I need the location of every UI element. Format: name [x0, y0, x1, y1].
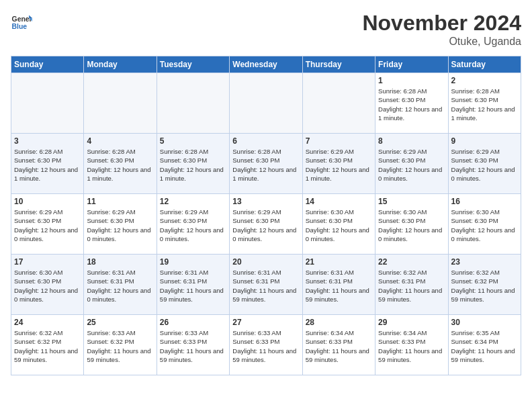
- month-title: November 2024: [362, 11, 521, 36]
- day-info: Sunrise: 6:31 AM Sunset: 6:31 PM Dayligh…: [232, 268, 299, 304]
- day-info: Sunrise: 6:32 AM Sunset: 6:32 PM Dayligh…: [14, 328, 81, 364]
- calendar-cell: 18Sunrise: 6:31 AM Sunset: 6:31 PM Dayli…: [84, 255, 157, 315]
- day-info: Sunrise: 6:28 AM Sunset: 6:30 PM Dayligh…: [232, 147, 299, 183]
- day-number: 29: [378, 318, 445, 327]
- day-number: 27: [232, 318, 299, 327]
- day-info: Sunrise: 6:28 AM Sunset: 6:30 PM Dayligh…: [451, 87, 518, 122]
- calendar-cell: 26Sunrise: 6:33 AM Sunset: 6:33 PM Dayli…: [157, 315, 229, 375]
- day-number: 9: [451, 136, 518, 146]
- day-info: Sunrise: 6:29 AM Sunset: 6:30 PM Dayligh…: [378, 147, 445, 183]
- day-number: 28: [306, 318, 372, 327]
- day-number: 23: [451, 257, 518, 267]
- calendar-cell: 9Sunrise: 6:29 AM Sunset: 6:30 PM Daylig…: [448, 134, 521, 194]
- col-header-tuesday: Tuesday: [157, 56, 229, 73]
- logo-icon: General Blue: [11, 11, 32, 32]
- col-header-monday: Monday: [84, 56, 157, 73]
- day-info: Sunrise: 6:33 AM Sunset: 6:33 PM Dayligh…: [160, 328, 226, 364]
- day-number: 16: [451, 197, 518, 206]
- col-header-friday: Friday: [375, 56, 448, 73]
- day-info: Sunrise: 6:31 AM Sunset: 6:31 PM Dayligh…: [87, 268, 153, 304]
- day-number: 11: [87, 197, 153, 206]
- calendar-cell: 28Sunrise: 6:34 AM Sunset: 6:33 PM Dayli…: [302, 315, 375, 375]
- day-number: 15: [378, 197, 445, 206]
- calendar-cell: 4Sunrise: 6:28 AM Sunset: 6:30 PM Daylig…: [84, 134, 157, 194]
- calendar-week-row: 1Sunrise: 6:28 AM Sunset: 6:30 PM Daylig…: [11, 73, 521, 134]
- calendar-cell: 27Sunrise: 6:33 AM Sunset: 6:33 PM Dayli…: [230, 315, 302, 375]
- day-info: Sunrise: 6:30 AM Sunset: 6:30 PM Dayligh…: [378, 208, 445, 243]
- day-number: 22: [378, 257, 445, 267]
- day-info: Sunrise: 6:33 AM Sunset: 6:32 PM Dayligh…: [87, 328, 153, 364]
- day-number: 20: [232, 257, 299, 267]
- day-info: Sunrise: 6:31 AM Sunset: 6:31 PM Dayligh…: [160, 268, 226, 304]
- col-header-wednesday: Wednesday: [230, 56, 302, 73]
- day-number: 8: [378, 136, 445, 146]
- calendar-cell: 23Sunrise: 6:32 AM Sunset: 6:32 PM Dayli…: [448, 255, 521, 315]
- day-info: Sunrise: 6:29 AM Sunset: 6:30 PM Dayligh…: [451, 147, 518, 183]
- day-number: 7: [306, 136, 372, 146]
- day-info: Sunrise: 6:29 AM Sunset: 6:30 PM Dayligh…: [87, 208, 153, 243]
- day-number: 12: [160, 197, 226, 206]
- day-info: Sunrise: 6:35 AM Sunset: 6:34 PM Dayligh…: [451, 328, 518, 364]
- location: Otuke, Uganda: [362, 36, 521, 48]
- calendar-cell: 1Sunrise: 6:28 AM Sunset: 6:30 PM Daylig…: [375, 73, 448, 134]
- day-number: 17: [14, 257, 81, 267]
- day-number: 10: [14, 197, 81, 206]
- day-number: 30: [451, 318, 518, 327]
- day-info: Sunrise: 6:29 AM Sunset: 6:30 PM Dayligh…: [232, 208, 299, 243]
- day-number: 5: [160, 136, 226, 146]
- calendar-cell: 20Sunrise: 6:31 AM Sunset: 6:31 PM Dayli…: [230, 255, 302, 315]
- day-info: Sunrise: 6:31 AM Sunset: 6:31 PM Dayligh…: [306, 268, 372, 304]
- calendar-cell: 22Sunrise: 6:32 AM Sunset: 6:31 PM Dayli…: [375, 255, 448, 315]
- day-number: 1: [378, 76, 445, 85]
- day-info: Sunrise: 6:28 AM Sunset: 6:30 PM Dayligh…: [378, 87, 445, 122]
- calendar-cell: 5Sunrise: 6:28 AM Sunset: 6:30 PM Daylig…: [157, 134, 229, 194]
- day-number: 26: [160, 318, 226, 327]
- svg-text:Blue: Blue: [12, 23, 28, 30]
- calendar-cell: 10Sunrise: 6:29 AM Sunset: 6:30 PM Dayli…: [11, 194, 84, 255]
- calendar-cell: 25Sunrise: 6:33 AM Sunset: 6:32 PM Dayli…: [84, 315, 157, 375]
- calendar-week-row: 10Sunrise: 6:29 AM Sunset: 6:30 PM Dayli…: [11, 194, 521, 255]
- calendar-cell: 15Sunrise: 6:30 AM Sunset: 6:30 PM Dayli…: [375, 194, 448, 255]
- calendar-header-row: SundayMondayTuesdayWednesdayThursdayFrid…: [11, 56, 521, 73]
- calendar-cell: 16Sunrise: 6:30 AM Sunset: 6:30 PM Dayli…: [448, 194, 521, 255]
- calendar-cell: 6Sunrise: 6:28 AM Sunset: 6:30 PM Daylig…: [230, 134, 302, 194]
- calendar-cell: 24Sunrise: 6:32 AM Sunset: 6:32 PM Dayli…: [11, 315, 84, 375]
- logo: General Blue: [11, 11, 32, 32]
- calendar-cell: 2Sunrise: 6:28 AM Sunset: 6:30 PM Daylig…: [448, 73, 521, 134]
- day-info: Sunrise: 6:29 AM Sunset: 6:30 PM Dayligh…: [306, 147, 372, 183]
- calendar-cell: [11, 73, 84, 134]
- calendar-table: SundayMondayTuesdayWednesdayThursdayFrid…: [11, 56, 521, 375]
- calendar-cell: 21Sunrise: 6:31 AM Sunset: 6:31 PM Dayli…: [302, 255, 375, 315]
- calendar-cell: 8Sunrise: 6:29 AM Sunset: 6:30 PM Daylig…: [375, 134, 448, 194]
- calendar-cell: 19Sunrise: 6:31 AM Sunset: 6:31 PM Dayli…: [157, 255, 229, 315]
- calendar-cell: 30Sunrise: 6:35 AM Sunset: 6:34 PM Dayli…: [448, 315, 521, 375]
- day-number: 3: [14, 136, 81, 146]
- calendar-cell: [230, 73, 302, 134]
- day-number: 4: [87, 136, 153, 146]
- day-number: 19: [160, 257, 226, 267]
- day-info: Sunrise: 6:33 AM Sunset: 6:33 PM Dayligh…: [232, 328, 299, 364]
- day-info: Sunrise: 6:32 AM Sunset: 6:31 PM Dayligh…: [378, 268, 445, 304]
- day-info: Sunrise: 6:30 AM Sunset: 6:30 PM Dayligh…: [306, 208, 372, 243]
- calendar-cell: [157, 73, 229, 134]
- day-info: Sunrise: 6:30 AM Sunset: 6:30 PM Dayligh…: [451, 208, 518, 243]
- calendar-week-row: 3Sunrise: 6:28 AM Sunset: 6:30 PM Daylig…: [11, 134, 521, 194]
- calendar-week-row: 24Sunrise: 6:32 AM Sunset: 6:32 PM Dayli…: [11, 315, 521, 375]
- day-number: 14: [306, 197, 372, 206]
- calendar-week-row: 17Sunrise: 6:30 AM Sunset: 6:30 PM Dayli…: [11, 255, 521, 315]
- day-info: Sunrise: 6:32 AM Sunset: 6:32 PM Dayligh…: [451, 268, 518, 304]
- day-number: 18: [87, 257, 153, 267]
- day-number: 24: [14, 318, 81, 327]
- calendar-cell: 12Sunrise: 6:29 AM Sunset: 6:30 PM Dayli…: [157, 194, 229, 255]
- calendar-cell: 29Sunrise: 6:34 AM Sunset: 6:33 PM Dayli…: [375, 315, 448, 375]
- page-header: General Blue November 2024 Otuke, Uganda: [11, 11, 521, 48]
- day-number: 21: [306, 257, 372, 267]
- day-number: 6: [232, 136, 299, 146]
- calendar-cell: 7Sunrise: 6:29 AM Sunset: 6:30 PM Daylig…: [302, 134, 375, 194]
- calendar-cell: 14Sunrise: 6:30 AM Sunset: 6:30 PM Dayli…: [302, 194, 375, 255]
- day-number: 2: [451, 76, 518, 85]
- day-info: Sunrise: 6:28 AM Sunset: 6:30 PM Dayligh…: [160, 147, 226, 183]
- day-number: 13: [232, 197, 299, 206]
- day-info: Sunrise: 6:28 AM Sunset: 6:30 PM Dayligh…: [14, 147, 81, 183]
- day-info: Sunrise: 6:28 AM Sunset: 6:30 PM Dayligh…: [87, 147, 153, 183]
